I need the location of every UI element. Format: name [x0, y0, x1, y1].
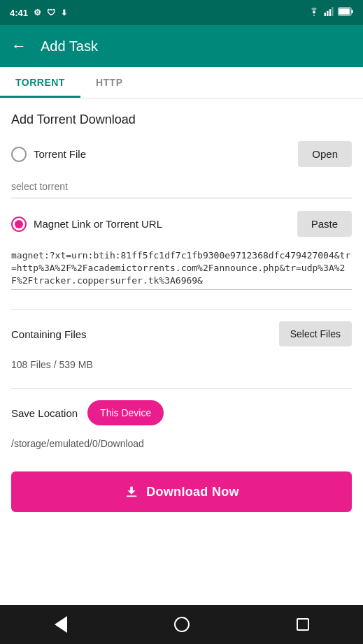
download-now-button[interactable]: Download Now — [11, 471, 352, 512]
save-path: /storage/emulated/0/Download — [11, 432, 352, 455]
shield-icon: 🛡 — [47, 8, 55, 17]
magnet-url-input[interactable] — [11, 245, 352, 290]
magnet-label: Magnet Link or Torrent URL — [34, 218, 162, 230]
recent-square-icon — [297, 618, 309, 631]
app-bar-title: Add Task — [41, 38, 98, 54]
torrent-file-radio[interactable] — [11, 147, 27, 162]
settings-icon: ⚙ — [34, 8, 41, 17]
magnet-option-left[interactable]: Magnet Link or Torrent URL — [11, 217, 162, 232]
svg-rect-1 — [327, 11, 328, 16]
tab-http[interactable]: HTTP — [80, 67, 138, 98]
magnet-radio[interactable] — [11, 217, 27, 232]
download-status-icon: ⬇ — [61, 8, 67, 17]
content-area: Add Torrent Download Torrent File Open M… — [0, 98, 363, 605]
svg-rect-3 — [332, 7, 333, 16]
torrent-file-row: Torrent File Open — [11, 141, 352, 167]
save-location-label: Save Location — [11, 407, 78, 419]
status-time: 4:41 — [10, 8, 28, 18]
status-bar-right — [308, 6, 353, 19]
svg-rect-0 — [325, 13, 326, 16]
files-info: 108 Files / 539 MB — [11, 353, 352, 376]
svg-rect-2 — [329, 9, 331, 16]
containing-files-label: Containing Files — [11, 328, 87, 340]
home-circle-icon — [174, 617, 190, 632]
app-bar: ← Add Task — [0, 25, 363, 67]
nav-back-button[interactable] — [45, 609, 76, 640]
section-title: Add Torrent Download — [11, 112, 352, 127]
select-torrent-input[interactable] — [11, 175, 352, 198]
signal-icon — [324, 6, 334, 19]
paste-button[interactable]: Paste — [297, 211, 352, 237]
download-now-label: Download Now — [146, 485, 239, 499]
torrent-file-label: Torrent File — [34, 148, 86, 160]
svg-rect-6 — [351, 10, 353, 13]
this-device-button[interactable]: This Device — [87, 400, 164, 425]
divider-1 — [11, 309, 352, 310]
torrent-file-option-left[interactable]: Torrent File — [11, 147, 86, 162]
battery-icon — [338, 6, 353, 19]
download-icon — [124, 484, 139, 499]
back-button[interactable]: ← — [11, 37, 27, 55]
select-files-button[interactable]: Select Files — [279, 321, 352, 346]
nav-bar — [0, 605, 363, 644]
magnet-radio-inner — [15, 220, 23, 228]
open-button[interactable]: Open — [298, 141, 352, 167]
tabs-container: TORRENT HTTP — [0, 67, 363, 98]
save-location-row: Save Location This Device — [11, 400, 352, 425]
divider-2 — [11, 388, 352, 389]
tab-torrent[interactable]: TORRENT — [0, 67, 80, 98]
status-bar: 4:41 ⚙ 🛡 ⬇ — [0, 0, 363, 25]
nav-home-button[interactable] — [166, 609, 197, 640]
svg-rect-5 — [339, 8, 350, 14]
svg-rect-7 — [127, 496, 137, 497]
wifi-icon — [308, 6, 320, 19]
magnet-option-row: Magnet Link or Torrent URL Paste — [11, 211, 352, 237]
status-bar-left: 4:41 ⚙ 🛡 ⬇ — [10, 8, 67, 18]
containing-files-row: Containing Files Select Files — [11, 321, 352, 346]
back-triangle-icon — [55, 616, 67, 633]
nav-recent-button[interactable] — [287, 609, 318, 640]
